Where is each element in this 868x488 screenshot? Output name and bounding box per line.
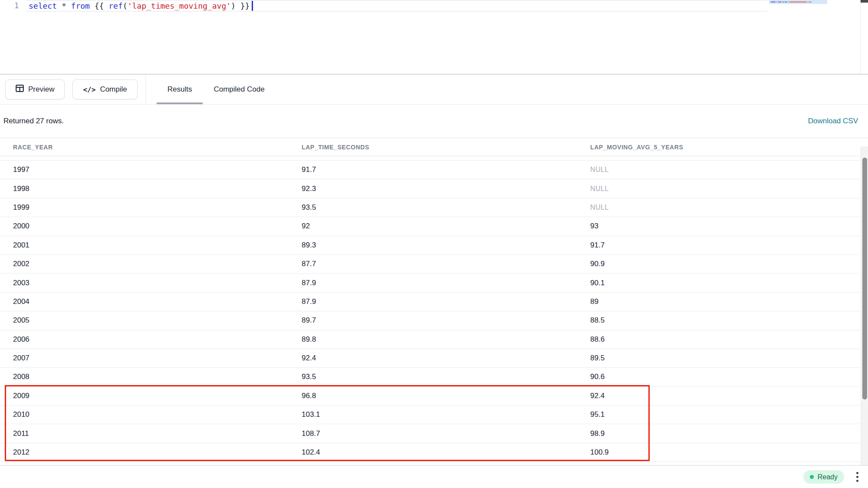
kebab-menu-button[interactable] — [854, 470, 861, 484]
column-header-lap-moving-avg-5-years: LAP_MOVING_AVG_5_YEARS — [577, 144, 860, 151]
sql-editor[interactable]: 1 select * from {{ ref('lap_times_moving… — [0, 0, 868, 74]
table-cell: 98.9 — [577, 429, 860, 438]
row-count-status: Returned 27 rows. — [3, 117, 64, 125]
results-scrollbar-thumb[interactable] — [862, 158, 867, 399]
table-cell: 91.7 — [289, 165, 577, 174]
table-row: 200189.391.7 — [0, 236, 860, 255]
download-csv-link[interactable]: Download CSV — [808, 117, 858, 125]
table-cell: 87.9 — [289, 279, 577, 287]
clipped-row-sliver — [0, 156, 860, 161]
table-row: 20009293 — [0, 217, 860, 236]
code-token: from — [71, 1, 90, 10]
kebab-dot — [856, 480, 858, 482]
table-cell: 2009 — [0, 392, 289, 400]
editor-scrollbar-thumb[interactable] — [861, 0, 868, 3]
table-row: 199892.3NULL — [0, 179, 860, 198]
table-cell: 2011 — [0, 429, 289, 438]
column-header-lap-time-seconds: LAP_TIME_SECONDS — [289, 144, 577, 151]
code-token: }} — [236, 1, 250, 10]
table-cell: 88.6 — [577, 335, 860, 344]
minimap-code-mark — [789, 1, 807, 3]
table-row: 200893.590.6 — [0, 368, 860, 386]
compile-button-label: Compile — [100, 85, 127, 94]
code-line[interactable]: select * from {{ ref('lap_times_moving_a… — [29, 1, 250, 11]
editor-scrollbar-divider — [860, 0, 861, 74]
table-row: 2012102.4100.9 — [0, 443, 860, 462]
table-cell: 88.5 — [577, 316, 860, 325]
table-row: 199993.5NULL — [0, 198, 860, 217]
table-cell: 1998 — [0, 185, 289, 193]
table-cell: 91.7 — [577, 241, 860, 250]
code-token — [66, 1, 71, 10]
table-cell: 92 — [289, 222, 577, 231]
table-cell: 1997 — [0, 165, 289, 174]
table-cell: NULL — [577, 166, 860, 174]
tab-results[interactable]: Results — [157, 75, 203, 104]
table-cell: 93.5 — [289, 203, 577, 212]
table-cell: 89.7 — [289, 316, 577, 325]
minimap-code-mark — [771, 1, 776, 3]
results-panel: Preview </> Compile Results Compiled Cod… — [0, 74, 868, 465]
results-tabs: Results Compiled Code — [157, 75, 276, 104]
table-row: 200792.489.5 — [0, 349, 860, 368]
table-cell: 93.5 — [289, 373, 577, 381]
kebab-dot — [856, 476, 858, 478]
table-cell: 90.6 — [577, 373, 860, 381]
code-token: ref — [108, 1, 123, 10]
code-token: * — [62, 1, 66, 10]
minimap-code-mark — [809, 1, 811, 3]
preview-button[interactable]: Preview — [5, 79, 65, 99]
ready-status-label: Ready — [818, 473, 838, 481]
table-row: 200589.788.5 — [0, 311, 860, 330]
minimap-code-mark — [778, 1, 781, 3]
table-row: 2010103.195.1 — [0, 406, 860, 424]
minimap-code-mark — [776, 1, 777, 3]
code-token: ) — [231, 1, 236, 10]
code-token: {{ — [90, 1, 108, 10]
table-cell: 87.9 — [289, 297, 577, 306]
code-token — [57, 1, 62, 10]
code-brackets-icon: </> — [83, 86, 95, 94]
table-cell: 2001 — [0, 241, 289, 250]
table-cell: NULL — [577, 204, 860, 211]
preview-button-label: Preview — [28, 85, 54, 94]
line-number: 1 — [14, 1, 19, 10]
table-cell: 2005 — [0, 316, 289, 325]
table-row: 200387.990.1 — [0, 274, 860, 292]
table-cell: 92.4 — [289, 354, 577, 363]
table-cell: 2000 — [0, 222, 289, 231]
results-toolbar: Preview </> Compile Results Compiled Cod… — [0, 75, 868, 105]
status-bar: Ready — [0, 465, 868, 488]
table-cell: 89 — [577, 297, 860, 306]
table-cell: 87.7 — [289, 260, 577, 268]
table-cell: 89.3 — [289, 241, 577, 250]
table-header-row: RACE_YEAR LAP_TIME_SECONDS LAP_MOVING_AV… — [0, 138, 860, 156]
editor-minimap[interactable] — [769, 0, 860, 74]
table-row: 200996.892.4 — [0, 387, 860, 406]
table-cell: 96.8 — [289, 392, 577, 400]
table-row: 200487.989 — [0, 293, 860, 311]
table-cell: 2004 — [0, 297, 289, 306]
table-row: 199791.7NULL — [0, 161, 860, 179]
table-cell: 1999 — [0, 203, 289, 212]
tab-results-label: Results — [168, 85, 192, 94]
code-token: select — [29, 1, 57, 10]
minimap-viewport — [769, 0, 827, 4]
tab-compiled-code[interactable]: Compiled Code — [203, 75, 275, 104]
table-cell: 2012 — [0, 448, 289, 457]
table-cell: 92.4 — [577, 392, 860, 400]
table-cell: NULL — [577, 185, 860, 193]
code-token: ( — [123, 1, 128, 10]
dbt-ide-app: 1 select * from {{ ref('lap_times_moving… — [0, 0, 868, 488]
results-scrollbar-track[interactable] — [861, 146, 868, 465]
table-row: 200287.790.9 — [0, 255, 860, 274]
table-cell: 103.1 — [289, 410, 577, 419]
table-cell: 90.1 — [577, 279, 860, 287]
table-cell: 95.1 — [577, 410, 860, 419]
ready-status-badge[interactable]: Ready — [803, 470, 844, 484]
minimap-code-mark — [785, 1, 787, 3]
minimap-code-mark — [808, 1, 809, 3]
table-row: 2011108.798.9 — [0, 424, 860, 443]
column-header-race-year: RACE_YEAR — [0, 144, 289, 151]
compile-button[interactable]: </> Compile — [72, 79, 137, 99]
